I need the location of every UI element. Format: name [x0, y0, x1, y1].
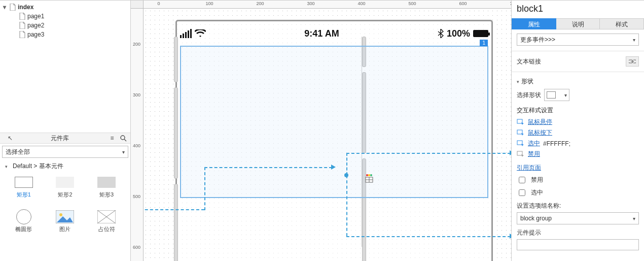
library-item-label: 矩形3 — [99, 191, 114, 199]
library-item-label: 占位符 — [98, 225, 115, 233]
page-icon — [19, 31, 25, 38]
placeholder-icon — [97, 210, 116, 223]
status-bar: 9:41 AM 100% — [180, 24, 488, 43]
ruler-horizontal[interactable]: 0 100 200 300 400 500 600 700 — [144, 1, 511, 9]
library-grid: 矩形1 矩形2 矩形3 椭圆形 图片 — [0, 173, 130, 242]
checkbox-selected[interactable] — [519, 189, 525, 196]
group-name-label: 设置选项组名称: — [517, 202, 639, 210]
battery-icon — [473, 30, 488, 37]
cursor-icon — [517, 151, 525, 158]
sitemap-item-label: page1 — [27, 13, 44, 20]
shape-select-dropdown[interactable]: ▾ — [544, 89, 569, 101]
checkbox-selected-row[interactable]: 选中 — [517, 188, 639, 198]
library-item-label: 椭圆形 — [15, 225, 32, 233]
wifi-icon — [195, 29, 206, 38]
more-events-dropdown[interactable]: 更多事件>>> ▾ — [517, 34, 639, 46]
ix-hover-link[interactable]: 鼠标悬停 — [528, 118, 552, 126]
shape-preview-icon — [547, 91, 556, 99]
library-item-rect3[interactable]: 矩形3 — [89, 176, 124, 207]
library-item-placeholder[interactable]: 占位符 — [89, 210, 124, 242]
sitemap-item[interactable]: page3 — [0, 30, 130, 39]
left-column: ▾ index page1 page2 page3 ↖ 元件库 ≡ — [0, 1, 131, 261]
svg-point-11 — [368, 174, 370, 176]
menu-icon[interactable]: ≡ — [108, 134, 116, 142]
inspector-object-name[interactable]: block1 — [512, 1, 644, 18]
inspector-panel: block1 属性 说明 样式 更多事件>>> ▾ 文本链接 ▾形状 选择形状 — [511, 1, 644, 261]
library-selector-value: 选择全部 — [6, 148, 30, 156]
ix-mousedown-link[interactable]: 鼠标按下 — [528, 128, 552, 137]
library-group-header[interactable]: ▾ Default > 基本元件 — [0, 160, 130, 173]
selected-widget[interactable]: 1 — [180, 46, 488, 198]
chevron-down-icon: ▾ — [122, 149, 125, 155]
cursor-icon — [517, 119, 525, 126]
caret-down-icon: ▾ — [5, 164, 8, 169]
ix-disabled-row[interactable]: 禁用 — [517, 150, 639, 158]
tab-notes[interactable]: 说明 — [556, 18, 600, 29]
marker-icon — [365, 174, 375, 183]
text-link-row: 文本链接 — [517, 56, 639, 67]
group-name-input[interactable]: block group ▾ — [517, 212, 639, 224]
status-left — [180, 29, 206, 38]
ix-section-title: 交互样式设置 — [517, 106, 639, 115]
sitemap-item-label: page2 — [27, 22, 44, 29]
sitemap-item[interactable]: page2 — [0, 21, 130, 30]
library-item-label: 矩形1 — [17, 191, 31, 199]
ix-hover-row[interactable]: 鼠标悬停 — [517, 118, 639, 126]
sitemap-root-label: index — [18, 4, 33, 11]
cursor-icon — [517, 129, 525, 137]
ruler-vertical[interactable]: 200 300 400 500 600 — [131, 9, 144, 261]
library-group-label: Default > 基本元件 — [13, 162, 63, 171]
status-battery-percent: 100% — [447, 28, 470, 39]
library-item-rect1[interactable]: 矩形1 — [6, 176, 42, 207]
cursor-icon — [517, 140, 525, 147]
reference-page-link[interactable]: 引用页面 — [517, 164, 541, 171]
search-icon[interactable] — [119, 134, 127, 142]
collapse-icon[interactable]: ↖ — [6, 134, 14, 142]
library-item-label: 图片 — [59, 225, 70, 233]
checkbox-disabled-label: 禁用 — [531, 176, 543, 184]
text-link-button[interactable] — [626, 56, 639, 67]
caret-down-icon[interactable]: ▾ — [517, 79, 519, 84]
library-selector[interactable]: 选择全部 ▾ — [2, 146, 128, 158]
ruler-corner — [131, 1, 144, 9]
library-panel-title: 元件库 — [51, 134, 69, 143]
shape-select-label: 选择形状 — [517, 91, 541, 100]
status-time: 9:41 AM — [304, 28, 339, 39]
more-events-label: 更多事件>>> — [520, 36, 555, 44]
group-name-value: block group — [520, 215, 552, 222]
ix-mousedown-row[interactable]: 鼠标按下 — [517, 128, 639, 137]
caret-down-icon[interactable]: ▾ — [3, 5, 8, 10]
sitemap-item[interactable]: page1 — [0, 12, 130, 21]
canvas-widget-marker[interactable] — [365, 174, 375, 185]
chevron-down-icon: ▾ — [564, 92, 567, 98]
tab-attributes[interactable]: 属性 — [512, 18, 556, 29]
shape-section-title: 形状 — [521, 78, 533, 85]
inspector-tabs: 属性 说明 样式 — [512, 18, 644, 29]
sitemap-root[interactable]: ▾ index — [0, 3, 130, 12]
sitemap-panel: ▾ index page1 page2 page3 — [0, 1, 130, 133]
checkbox-disabled[interactable] — [519, 177, 525, 183]
device-frame[interactable]: 9:41 AM 100% 1 — [175, 20, 493, 261]
chevron-down-icon: ▾ — [633, 216, 635, 221]
shape-select-row: 选择形状 ▾ — [517, 89, 639, 101]
ix-selected-value: #FFFFFF; — [543, 140, 570, 147]
checkbox-selected-label: 选中 — [531, 188, 543, 197]
tooltip-input[interactable] — [517, 239, 639, 250]
svg-point-0 — [121, 136, 125, 140]
link-icon — [629, 59, 636, 64]
canvas-stage[interactable]: 9:41 AM 100% 1 — [144, 9, 511, 261]
ix-selected-link[interactable]: 选中 — [528, 139, 540, 148]
guide-track-left[interactable] — [174, 37, 178, 247]
canvas-area[interactable]: 0 100 200 300 400 500 600 700 200 300 40… — [131, 1, 511, 261]
text-link-label: 文本链接 — [517, 57, 622, 66]
checkbox-disabled-row[interactable]: 禁用 — [517, 175, 639, 185]
library-item-ellipse[interactable]: 椭圆形 — [6, 210, 42, 242]
signal-icon — [180, 29, 192, 38]
library-item-image[interactable]: 图片 — [48, 210, 83, 242]
tooltip-label: 元件提示 — [517, 229, 639, 237]
tab-style[interactable]: 样式 — [600, 18, 644, 29]
ix-disabled-link[interactable]: 禁用 — [528, 150, 540, 158]
library-item-rect2[interactable]: 矩形2 — [48, 176, 83, 207]
ix-selected-row[interactable]: 选中 #FFFFFF; — [517, 139, 639, 148]
image-icon — [56, 210, 74, 223]
